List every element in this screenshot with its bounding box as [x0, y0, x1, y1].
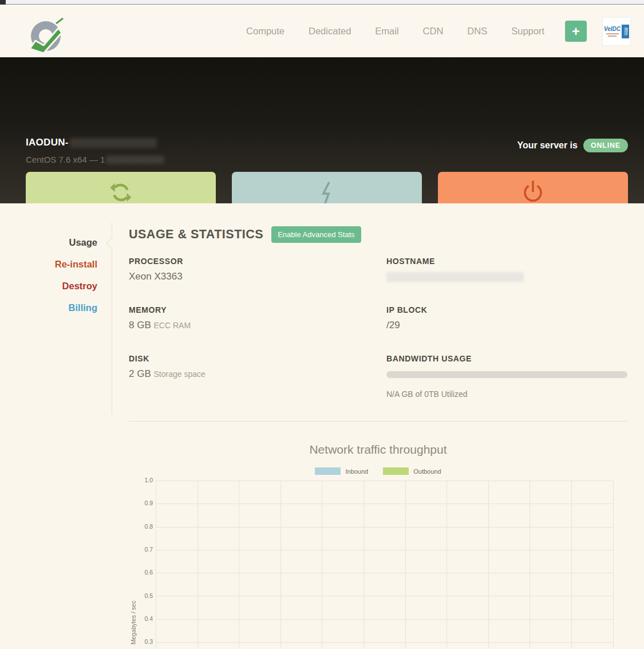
sidebar-item-usage[interactable]: Usage [0, 237, 97, 248]
hostname-field: HOSTNAME [386, 257, 524, 282]
memory-label: MEMORY [129, 305, 191, 314]
ip-block-label: IP BLOCK [386, 305, 427, 314]
nav-item-dedicated[interactable]: Dedicated [309, 26, 351, 37]
server-status-row: Your server is ONLINE [517, 139, 628, 152]
redacted-hostname-value [386, 272, 524, 282]
disk-label: DISK [129, 354, 206, 363]
y-axis-label: Megabytes / sec [130, 524, 137, 644]
brand-logo[interactable] [24, 13, 68, 57]
sidebar-item-destroy[interactable]: Destroy [0, 281, 97, 292]
reboot-refresh-icon [26, 179, 216, 206]
nav-item-compute[interactable]: Compute [246, 26, 285, 37]
disk-value: 2 GB [129, 368, 151, 379]
nav-item-cdn[interactable]: CDN [423, 26, 444, 37]
shutdown-power-icon [438, 179, 628, 206]
server-subtitle-row: CentOS 7.6 x64 — 1 [26, 155, 164, 164]
server-os-text: CentOS 7.6 x64 — 1 [26, 155, 105, 164]
chart-title: Network traffic throughput [129, 443, 627, 457]
outbound-legend-label: Outbound [413, 468, 441, 475]
y-axis-tick: 1.0 [136, 477, 153, 483]
y-axis-tick: 0.9 [136, 499, 153, 506]
top-nav: Compute Dedicated Email CDN DNS Support … [0, 5, 644, 57]
sidebar-item-billing[interactable]: Billing [0, 302, 97, 313]
nav-item-support[interactable]: Support [511, 26, 544, 37]
memory-value: 8 GB [129, 320, 151, 331]
veidc-tagline-bar [606, 33, 619, 34]
enable-advanced-stats-button[interactable]: Enable Advanced Stats [271, 226, 361, 243]
bandwidth-field: BANDWIDTH USAGE N/A GB of 0TB Utilized [386, 354, 627, 399]
bandwidth-usage-text: N/A GB of 0TB Utilized [386, 390, 627, 399]
disk-unit: Storage space [153, 369, 205, 379]
sidebar-divider [112, 222, 112, 414]
y-axis-tick: 0.7 [136, 546, 153, 553]
page-title: USAGE & STATISTICS [129, 227, 263, 242]
redacted-ip-address [106, 156, 164, 164]
y-axis-tick: 0.5 [136, 592, 153, 599]
memory-unit: ECC RAM [153, 321, 191, 330]
inbound-legend-swatch [315, 467, 341, 475]
nav-links: Compute Dedicated Email CDN DNS Support … [246, 5, 630, 57]
disk-field: DISK 2 GB Storage space [129, 354, 206, 380]
page: Compute Dedicated Email CDN DNS Support … [0, 0, 644, 649]
logo-checkmark-icon [24, 13, 68, 57]
sidebar-active-notch [106, 238, 116, 248]
redacted-server-name [70, 138, 157, 148]
veidc-tagline-bar [608, 36, 617, 37]
status-badge: ONLINE [583, 139, 628, 152]
outbound-legend-swatch [383, 467, 409, 475]
y-axis-tick: 0.3 [136, 638, 153, 645]
bandwidth-progress-bar [386, 371, 627, 378]
bandwidth-label: BANDWIDTH USAGE [386, 354, 627, 363]
y-axis-tick: 0.8 [136, 523, 153, 530]
hostname-label: HOSTNAME [386, 257, 524, 266]
chart-legend: Inbound Outbound [129, 467, 627, 475]
veidc-brand-text: VeIDC [604, 26, 621, 32]
boot-lightning-icon [232, 179, 422, 206]
content-divider [129, 421, 627, 422]
processor-field: PROCESSOR Xeon X3363 [129, 257, 183, 282]
ip-block-value: /29 [386, 320, 427, 331]
y-axis-tick: 0.6 [136, 569, 153, 576]
veidc-stamp: 测评 [622, 25, 629, 38]
section-heading-row: USAGE & STATISTICS Enable Advanced Stats [129, 226, 361, 243]
veidc-badge[interactable]: VeIDC 测评 [603, 18, 630, 45]
processor-value: Xeon X3363 [129, 271, 183, 282]
processor-label: PROCESSOR [129, 257, 183, 266]
usage-statistics-section: USAGE & STATISTICS Enable Advanced Stats… [129, 203, 627, 649]
browser-corner-mark [0, 0, 6, 5]
network-traffic-chart-plot [156, 481, 614, 649]
nav-item-email[interactable]: Email [375, 26, 398, 37]
main-content: Usage Re-install Destroy Billing USAGE &… [0, 203, 644, 649]
sidebar-item-reinstall[interactable]: Re-install [0, 259, 97, 270]
y-axis-tick: 0.4 [136, 615, 153, 622]
status-prefix-text: Your server is [517, 140, 578, 151]
inbound-legend-label: Inbound [345, 468, 368, 475]
memory-field: MEMORY 8 GB ECC RAM [129, 305, 191, 331]
browser-top-strip [0, 0, 644, 5]
add-server-button[interactable]: + [565, 21, 587, 42]
server-name: IAODUN- [26, 137, 69, 148]
server-title-row: IAODUN- [26, 137, 157, 148]
veidc-brand-block: VeIDC [604, 26, 621, 37]
server-hero: IAODUN- CentOS 7.6 x64 — 1 Your server i… [0, 57, 644, 203]
nav-item-dns[interactable]: DNS [467, 26, 487, 37]
ip-block-field: IP BLOCK /29 [386, 305, 427, 331]
